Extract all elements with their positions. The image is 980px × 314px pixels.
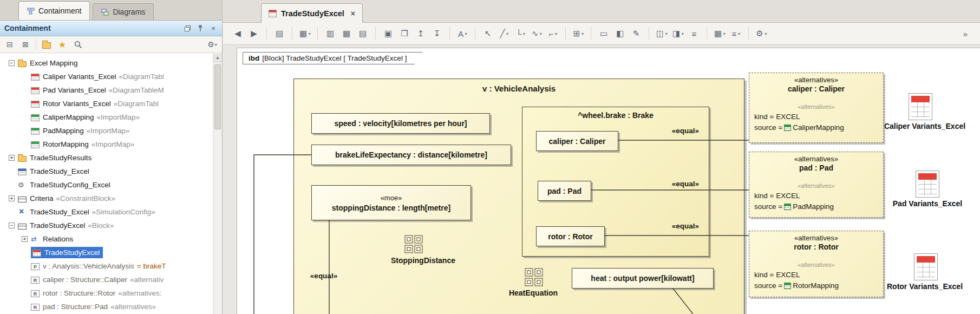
float-panel-icon[interactable] [183,24,192,32]
nav-forward-icon[interactable]: ▶ [246,27,262,41]
show-tables-icon[interactable]: ▦ [338,27,355,41]
image-shape-icon[interactable]: ◧ [612,27,628,41]
expand-toggle-icon[interactable] [9,195,15,201]
block-wheel-brake[interactable]: ^wheel.brake : Brake caliper : Caliper p… [522,107,709,257]
tab-tradestudyexcel-diagram[interactable]: TradeStudyExcel × [261,3,363,23]
move-down-icon[interactable]: ↧ [429,27,445,41]
part-pad[interactable]: pad : Pad [538,181,591,201]
part-rotor[interactable]: rotor : Rotor [536,226,605,246]
tab-diagrams[interactable]: Diagrams [93,3,154,20]
grid-options-icon[interactable]: ▦▾ [711,27,728,41]
panel-title: Containment [4,24,179,32]
constraint-heat-equation-icon[interactable] [525,268,543,288]
moe-stereotype: «moe» [381,194,402,202]
chevron-down-icon: ▾ [737,31,740,36]
tree-item-pad-part[interactable]: pad : Structure::Pad «alternatives» [0,300,213,313]
alternatives-block-caliper[interactable]: «alternatives» caliper : Caliper «altern… [749,73,884,143]
containment-tree-icon[interactable]: ▤ [271,27,288,41]
part-stopping-distance[interactable]: «moe» stoppingDistance : length[metre] [311,185,471,220]
toolbar-overflow-icon[interactable]: » [957,27,974,41]
tree-item-tradestudyexcel-diagram[interactable]: TradeStudyExcel [0,246,213,259]
pin-panel-icon[interactable] [196,24,205,32]
path-oblique-icon[interactable]: ╱▾ [496,27,512,41]
tab-containment[interactable]: Containment [18,1,90,20]
align-vertical-icon[interactable]: ◨▾ [670,27,686,41]
tree-item-calipermapping[interactable]: CaliperMapping «ImportMap» [0,110,213,124]
toolbar-separator [317,28,318,40]
tree-item-criteria[interactable]: Criteria «ConstraintBlock» [0,192,213,205]
diagram-name-label: [Block] TradeStudyExcel [ TradeStudyExce… [262,54,407,62]
show-dependencies-icon[interactable]: ▥ [322,27,338,41]
text-style-icon[interactable]: A▾ [454,27,471,41]
alternatives-name: rotor : Rotor [749,243,883,251]
part-caliper[interactable]: caliper : Caliper [536,131,618,151]
tree-item-rotormapping[interactable]: RotorMapping «ImportMap» [0,138,213,151]
scroll-up-icon[interactable]: ▲ [213,54,222,62]
tree-item-relations[interactable]: Relations [0,232,213,246]
tree-item-excel-mapping[interactable]: Excel Mapping [0,56,213,70]
chevron-down-icon: ▾ [308,31,310,36]
tree-item-v-vehicleanalysis[interactable]: v : Analysis::VehicleAnalysis = brakeT [0,259,213,273]
part-heat-output[interactable]: heat : output power[kilowatt] [572,268,714,289]
align-horizontal-icon[interactable]: ◫▾ [654,27,670,41]
toolbar-separator [449,28,450,40]
copy-icon[interactable]: ❐ [396,27,413,41]
tree-scrollbar[interactable]: ▲ [213,54,222,314]
pad-variants-table-icon[interactable] [916,171,939,198]
show-matrix-icon[interactable]: ▤ [355,27,371,41]
config-gear-icon [18,181,27,189]
alternatives-block-pad[interactable]: «alternatives» pad : Pad «alternatives» … [749,152,884,218]
close-tab-icon[interactable]: × [351,9,355,18]
favorites-star-icon[interactable]: ★ [57,39,68,50]
tree-item-rotor-variants-excel[interactable]: Rotor Variants_Excel «DiagramTabl [0,97,213,110]
path-bezier-icon[interactable]: ∿▾ [528,27,545,41]
move-up-icon[interactable]: ↥ [413,27,429,41]
tree-item-rotor-part[interactable]: rotor : Structure::Rotor «alternatives: [0,286,213,300]
collapse-toggle-icon[interactable] [9,223,15,228]
path-rectilinear-icon[interactable]: └▾ [512,27,528,41]
tree-item-tradestudyexcel-block[interactable]: TradeStudyExcel «Block» [0,219,213,232]
caliper-variants-table-icon[interactable] [909,93,932,120]
tree-item-tradestudy-excel[interactable]: TradeStudy_Excel [0,165,213,178]
select-tool-icon[interactable]: ↖ [480,27,496,41]
constraint-stopping-distance-icon[interactable] [404,235,423,255]
open-element-icon[interactable] [41,39,52,50]
import-map-icon [784,204,791,210]
part-speed[interactable]: speed : velocity[kilometres per hour] [311,113,490,134]
rotor-variants-table-icon[interactable] [914,253,938,280]
close-panel-icon[interactable]: × [209,24,218,32]
annotation-icon[interactable]: ✎ [628,27,644,41]
list-options-icon[interactable]: ≡▾ [728,27,744,41]
collapse-branch-icon[interactable]: ⊠ [20,39,31,50]
paste-icon[interactable]: ▣ [380,27,396,41]
quick-layout-icon[interactable]: ⊞▾ [570,27,586,41]
reference-property-icon [31,290,40,297]
expand-toggle-icon[interactable] [22,236,28,242]
tree-item-padmapping[interactable]: PadMapping «ImportMap» [0,124,213,138]
scrollbar-thumb[interactable] [214,64,221,129]
folder-icon [18,156,27,162]
diagram-settings-gear-icon[interactable]: ⚙▾ [753,27,769,41]
part-brake-life-expectancy[interactable]: brakeLifeExpectancy : distance[kilometre… [311,145,511,165]
tree-item-tradestudyconfig-excel[interactable]: TradeStudyConfig_Excel [0,178,213,192]
distribute-icon[interactable]: ≡ [686,27,702,41]
note-shape-icon[interactable]: ▭ [596,27,612,41]
tree-item-caliper-part[interactable]: caliper : Structure::Caliper «alternativ [0,273,213,286]
toolbar-separator [565,28,566,40]
tree-item-pad-variants-excel[interactable]: Pad Variants_Excel «DiagramTableM [0,83,213,97]
diagram-canvas[interactable]: ibd [Block] TradeStudyExcel [ TradeStudy… [237,48,980,314]
diagram-aspects-icon[interactable]: ▦▾ [297,27,313,41]
panel-options-gear-icon[interactable]: ⚙▾ [207,39,218,50]
collapse-all-icon[interactable]: ⊟ [4,39,15,50]
diagram-table-icon [31,74,40,81]
tree-item-caliper-variants-excel[interactable]: Caliper Variants_Excel «DiagramTabl [0,70,213,83]
tree-item-tradestudyresults[interactable]: TradeStudyResults [0,151,213,165]
collapse-toggle-icon[interactable] [9,60,15,66]
expand-toggle-icon[interactable] [9,155,15,161]
search-icon[interactable] [73,39,83,50]
path-style-icon[interactable]: ⌐▾ [545,27,561,41]
nav-back-icon[interactable]: ◀ [230,27,246,41]
diagram-table-icon [31,87,40,94]
tree-item-tradestudy-excel-simconfig[interactable]: TradeStudy_Excel «SimulationConfig» [0,205,213,219]
alternatives-sub-stereotype: «alternatives» [749,103,883,110]
